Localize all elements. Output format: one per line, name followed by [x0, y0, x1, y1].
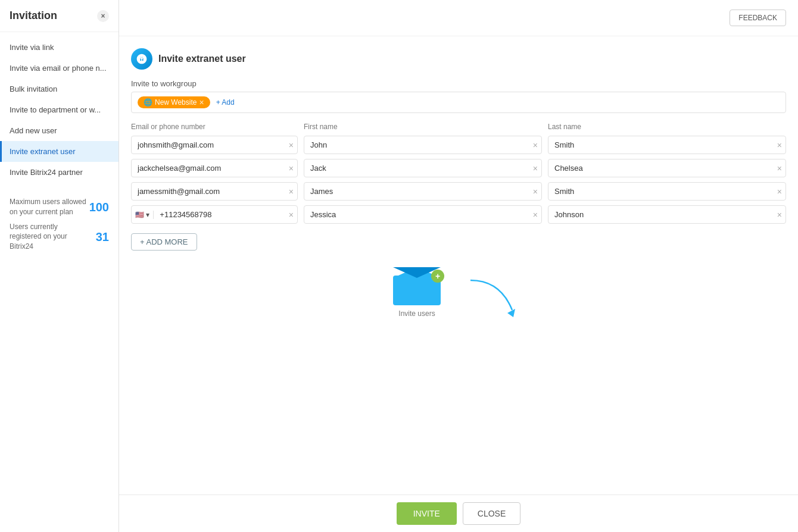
invite-row-4: 🇺🇸 ▾ × × ×: [131, 205, 786, 224]
first-name-clear-1[interactable]: ×: [533, 140, 538, 150]
email-input-wrapper-2: ×: [131, 159, 298, 177]
menu-invite-email[interactable]: Invite via email or phone n...: [0, 58, 119, 79]
first-name-clear-2[interactable]: ×: [533, 164, 538, 173]
last-name-input-4[interactable]: [548, 206, 785, 223]
workgroup-tag: 🌐 New Website ×: [138, 96, 210, 108]
workgroup-tag-remove[interactable]: ×: [199, 98, 204, 107]
col-header-last: Last name: [548, 123, 786, 131]
stat-current-row: Users currently registered on your Bitri…: [10, 222, 109, 252]
modal-overlay: Invitation × Invite via link Invite via …: [0, 0, 798, 532]
add-more-button[interactable]: + ADD MORE: [131, 233, 197, 251]
first-name-input-3[interactable]: [304, 183, 541, 200]
first-name-wrapper-3: ×: [304, 182, 542, 201]
invite-row-3: × × ×: [131, 182, 786, 201]
invite-to-workgroup: Invite to workgroup 🌐 New Website × + Ad…: [131, 79, 786, 113]
phone-clear-4[interactable]: ×: [289, 210, 294, 220]
first-name-clear-3[interactable]: ×: [533, 187, 538, 196]
left-menu: Invite via link Invite via email or phon…: [0, 32, 119, 187]
stat-max-label: Maximum users allowed on your current pl…: [10, 197, 87, 217]
workgroup-tag-label: New Website: [155, 98, 197, 107]
form-header-row: Email or phone number First name Last na…: [131, 123, 786, 131]
stat-current-value: 31: [96, 229, 109, 245]
section-icon: [131, 48, 152, 70]
last-name-input-3[interactable]: [548, 183, 785, 200]
menu-add-user[interactable]: Add new user: [0, 120, 119, 141]
email-clear-1[interactable]: ×: [289, 140, 294, 150]
envelope-icon: +: [393, 267, 441, 306]
feedback-button[interactable]: FEEDBACK: [730, 10, 786, 26]
invite-button[interactable]: INVITE: [397, 502, 457, 525]
arrow-illustration: [465, 262, 524, 322]
first-name-clear-4[interactable]: ×: [533, 210, 538, 220]
close-button[interactable]: CLOSE: [463, 502, 520, 525]
phone-input-wrapper-4: 🇺🇸 ▾ ×: [131, 205, 298, 224]
invite-to-workgroup-label: Invite to workgroup: [131, 79, 786, 88]
modal-title: Invitation: [10, 10, 57, 22]
last-name-clear-2[interactable]: ×: [777, 164, 782, 173]
modal-left-panel: Invitation × Invite via link Invite via …: [0, 0, 119, 532]
menu-invite-link[interactable]: Invite via link: [0, 37, 119, 58]
last-name-wrapper-1: ×: [548, 136, 786, 154]
email-clear-3[interactable]: ×: [289, 187, 294, 196]
invite-row-2: × × ×: [131, 159, 786, 177]
email-input-3[interactable]: [132, 183, 297, 200]
last-name-wrapper-3: ×: [548, 182, 786, 201]
envelope-illustration: + Invite users: [393, 267, 441, 318]
modal-header: Invitation ×: [0, 0, 119, 32]
workgroup-tag-icon: 🌐: [144, 98, 152, 107]
svg-marker-1: [507, 309, 515, 317]
last-name-input-1[interactable]: [548, 136, 785, 154]
section-title: Invite extranet user: [158, 54, 246, 64]
email-input-1[interactable]: [132, 136, 297, 154]
first-name-wrapper-1: ×: [304, 136, 542, 154]
last-name-wrapper-4: ×: [548, 205, 786, 224]
first-name-wrapper-4: ×: [304, 205, 542, 224]
curve-arrow-icon: [465, 274, 524, 322]
first-name-input-4[interactable]: [304, 206, 541, 223]
email-input-2[interactable]: [132, 159, 297, 177]
stat-max-row: Maximum users allowed on your current pl…: [10, 197, 109, 217]
first-name-input-2[interactable]: [304, 159, 541, 177]
phone-flag-4[interactable]: 🇺🇸 ▾: [132, 211, 154, 219]
last-name-input-2[interactable]: [548, 159, 785, 177]
email-clear-2[interactable]: ×: [289, 164, 294, 173]
email-input-wrapper-3: ×: [131, 182, 298, 201]
last-name-clear-1[interactable]: ×: [777, 140, 782, 150]
menu-bulk[interactable]: Bulk invitation: [0, 79, 119, 99]
modal-main: FEEDBACK Invite extranet user: [119, 0, 798, 532]
add-workgroup-button[interactable]: + Add: [214, 97, 237, 108]
modal-footer: INVITE CLOSE: [119, 495, 798, 532]
modal-body: Invite extranet user Invite to workgroup…: [119, 36, 798, 495]
stat-max-value: 100: [89, 199, 109, 215]
menu-invite-extranet[interactable]: Invite extranet user: [0, 141, 119, 162]
illustration-area: + Invite users: [131, 251, 786, 334]
email-input-wrapper-1: ×: [131, 136, 298, 154]
last-name-clear-4[interactable]: ×: [777, 210, 782, 220]
close-x-button[interactable]: ×: [97, 10, 109, 22]
first-name-wrapper-2: ×: [304, 159, 542, 177]
last-name-wrapper-2: ×: [548, 159, 786, 177]
workgroup-input[interactable]: 🌐 New Website × + Add: [131, 92, 786, 113]
phone-input-4[interactable]: [154, 206, 297, 223]
stats-section: Maximum users allowed on your current pl…: [0, 187, 119, 266]
col-header-first: First name: [304, 123, 542, 131]
modal-main-header: FEEDBACK: [119, 0, 798, 36]
menu-invite-dept[interactable]: Invite to department or w...: [0, 99, 119, 120]
last-name-clear-3[interactable]: ×: [777, 187, 782, 196]
invite-row-1: × × ×: [131, 136, 786, 154]
first-name-input-1[interactable]: [304, 136, 541, 154]
menu-invite-partner[interactable]: Invite Bitrix24 partner: [0, 162, 119, 183]
col-header-email: Email or phone number: [131, 123, 298, 131]
section-header: Invite extranet user: [131, 48, 786, 70]
invite-users-label: Invite users: [398, 309, 435, 318]
stat-current-label: Users currently registered on your Bitri…: [10, 222, 87, 252]
